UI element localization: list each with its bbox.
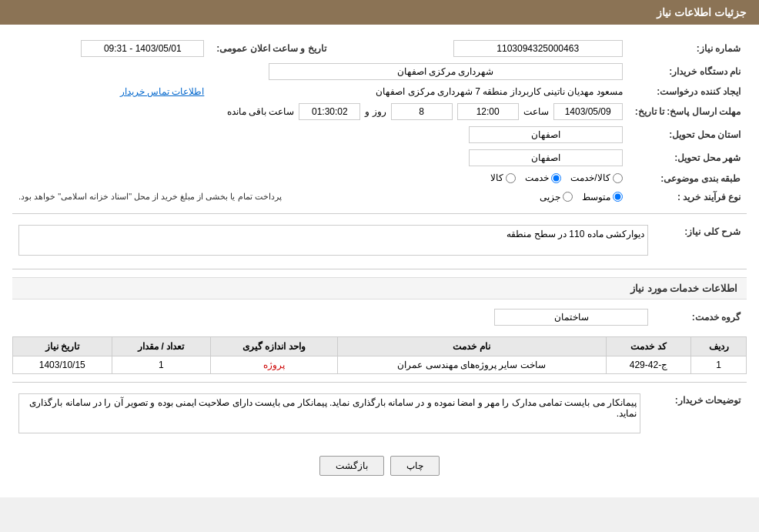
sharh-value — [12, 222, 654, 261]
services-table: ردیف کد خدمت نام خدمت واحد اندازه گیری ت… — [12, 336, 747, 374]
radio-motevaset[interactable] — [613, 192, 623, 202]
tabaqe-label: طبقه بندی موضوعی: — [629, 169, 747, 189]
row-tabaqe: طبقه بندی موضوعی: کالا/خدمت خدمت — [12, 169, 747, 189]
row-shahr: شهر محل تحویل: اصفهان — [12, 146, 747, 169]
noe-jozi: جزیی — [540, 192, 573, 202]
th-vahed: واحد اندازه گیری — [210, 336, 337, 356]
tabaqe-radios: کالا/خدمت خدمت کالا — [12, 169, 629, 189]
mohlat-date-input: 1403/05/09 — [553, 103, 623, 120]
services-thead: ردیف کد خدمت نام خدمت واحد اندازه گیری ت… — [13, 336, 747, 356]
services-tbody: 1 ج-42-429 ساخت سایر پروژه‌های مهندسی عم… — [13, 356, 747, 373]
shahr-input: اصفهان — [469, 149, 623, 166]
main-info-table: شماره نیاز: 1103094325000463 تاریخ و ساع… — [12, 37, 747, 206]
tabaqe-radio-group: کالا/خدمت خدمت کالا — [490, 172, 622, 183]
desc-label: توضیحات خریدار: — [647, 390, 747, 439]
cell-radif: 1 — [691, 356, 747, 373]
tabaqe-khedmat: خدمت — [525, 172, 561, 183]
tarikh-value: 1403/05/01 - 09:31 — [12, 37, 210, 60]
ijad-label: ایجاد کننده درخواست: — [629, 83, 747, 100]
page-header: جزئیات اطلاعات نیاز — [0, 0, 759, 25]
radio-jozi[interactable] — [563, 192, 573, 202]
table-row: 1 ج-42-429 ساخت سایر پروژه‌های مهندسی عم… — [13, 356, 747, 373]
noe-radios: متوسط جزیی پرداخت تمام یا بخشی از مبلغ خ… — [12, 189, 629, 206]
services-section-title: اطلاعات خدمات مورد نیاز — [12, 277, 747, 299]
services-header-row: ردیف کد خدمت نام خدمت واحد اندازه گیری ت… — [13, 336, 747, 356]
desc-textarea[interactable] — [18, 393, 640, 433]
print-button[interactable]: چاپ — [390, 456, 440, 476]
tarikh-input: 1403/05/01 - 09:31 — [81, 40, 204, 57]
namdastgah-input: شهرداری مرکزی اصفهان — [269, 63, 623, 80]
shahr-value: اصفهان — [12, 146, 629, 169]
noe-motevaset: متوسط — [582, 192, 623, 202]
mohlat-label: مهلت ارسال پاسخ: تا تاریخ: — [629, 100, 747, 123]
cell-vahed: پروژه — [210, 356, 337, 373]
group-label: گروه خدمت: — [654, 306, 747, 329]
sharh-textarea[interactable] — [18, 225, 648, 256]
radio-kala[interactable] — [506, 173, 516, 183]
radio-jozi-label: جزیی — [540, 192, 560, 202]
th-nam: نام خدمت — [337, 336, 606, 356]
ostan-label: استان محل تحویل: — [629, 123, 747, 146]
radio-khedmat[interactable] — [551, 173, 561, 183]
radio-kala-label: کالا — [490, 172, 503, 183]
contact-link[interactable]: اطلاعات تماس خریدار — [120, 86, 205, 97]
mohlat-roz-input: 8 — [391, 103, 453, 120]
shomare-value: 1103094325000463 — [363, 37, 629, 60]
desc-value — [12, 390, 647, 439]
tabaqe-kala: کالا — [490, 172, 516, 183]
tabaqe-kala-khedmat: کالا/خدمت — [570, 172, 622, 183]
row-group: گروه خدمت: ساختمان — [12, 306, 747, 329]
row-namdastgah: نام دستگاه خریدار: شهرداری مرکزی اصفهان — [12, 60, 747, 83]
tarikh-label: تاریخ و ساعت اعلان عمومی: — [210, 37, 332, 60]
ostan-input: اصفهان — [469, 126, 623, 143]
cell-kod: ج-42-429 — [606, 356, 691, 373]
th-kod: کد خدمت — [606, 336, 691, 356]
divider-3 — [12, 382, 747, 383]
group-table: گروه خدمت: ساختمان — [12, 306, 747, 329]
roz-label: روز و — [365, 106, 386, 117]
button-row: چاپ بازگشت — [12, 447, 747, 485]
mohlat-value: 1403/05/09 ساعت 12:00 8 روز و 01:30:02 — [12, 100, 629, 123]
divider-2 — [12, 269, 747, 269]
namdastgah-value: شهرداری مرکزی اصفهان — [12, 60, 629, 83]
divider-1 — [12, 213, 747, 214]
th-radif: ردیف — [691, 336, 747, 356]
back-button[interactable]: بازگشت — [319, 456, 384, 476]
mohlat-saat-input: 12:00 — [457, 103, 519, 120]
page-container: جزئیات اطلاعات نیاز شماره نیاز: 11030943… — [0, 0, 759, 497]
group-input: ساختمان — [494, 309, 648, 326]
th-tarikh: تاریخ نیاز — [13, 336, 112, 356]
saat-label: ساعت — [523, 106, 549, 117]
noe-radio-group: متوسط جزیی — [540, 192, 623, 202]
row-ijad: ایجاد کننده درخواست: مسعود مهدیان ناتینی… — [12, 83, 747, 100]
desc-table: توضیحات خریدار: — [12, 390, 747, 439]
row-desc: توضیحات خریدار: — [12, 390, 747, 439]
mohlat-baghimande-input: 01:30:02 — [299, 103, 360, 120]
ijad-value: مسعود مهدیان ناتینی کاربرداز منطقه 7 شهر… — [210, 83, 628, 100]
group-value: ساختمان — [12, 306, 654, 329]
th-tedad: تعداد / مقدار — [112, 336, 210, 356]
sharh-table: شرح کلی نیاز: — [12, 222, 747, 261]
ostan-value: اصفهان — [12, 123, 629, 146]
namdastgah-label: نام دستگاه خریدار: — [629, 60, 747, 83]
baghimande-label: ساعت باقی مانده — [227, 106, 295, 117]
radio-kala-khedmat[interactable] — [613, 173, 623, 183]
row-ostan: استان محل تحویل: اصفهان — [12, 123, 747, 146]
row-mohlat: مهلت ارسال پاسخ: تا تاریخ: 1403/05/09 سا… — [12, 100, 747, 123]
page-title: جزئیات اطلاعات نیاز — [657, 6, 747, 18]
cell-tarikh: 1403/10/15 — [13, 356, 112, 373]
shomare-input: 1103094325000463 — [453, 40, 623, 57]
row-sharh: شرح کلی نیاز: — [12, 222, 747, 261]
row-shomare: شماره نیاز: 1103094325000463 تاریخ و ساع… — [12, 37, 747, 60]
cell-nam: ساخت سایر پروژه‌های مهندسی عمران — [337, 356, 606, 373]
cell-tedad: 1 — [112, 356, 210, 373]
shomare-label: شماره نیاز: — [629, 37, 747, 60]
noe-label: نوع فرآیند خرید : — [629, 189, 747, 206]
radio-kala-khedmat-label: کالا/خدمت — [570, 172, 610, 183]
radio-motevaset-label: متوسط — [582, 192, 610, 202]
note-text: پرداخت تمام یا بخشی از مبلغ خرید از محل … — [18, 192, 282, 202]
shahr-label: شهر محل تحویل: — [629, 146, 747, 169]
content-area: شماره نیاز: 1103094325000463 تاریخ و ساع… — [0, 25, 759, 497]
sharh-label: شرح کلی نیاز: — [654, 222, 747, 261]
radio-khedmat-label: خدمت — [525, 172, 549, 183]
